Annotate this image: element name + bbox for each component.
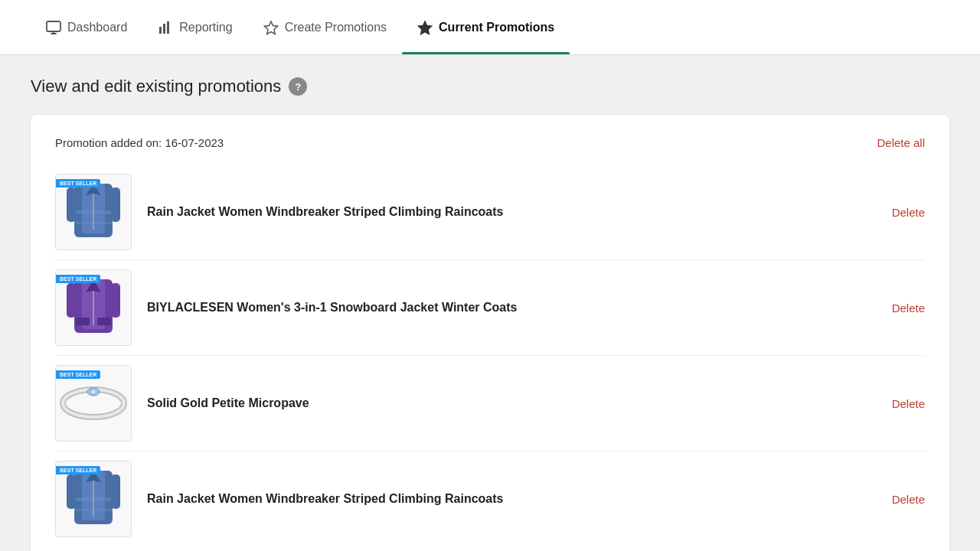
best-seller-badge: BEST SELLER	[56, 466, 100, 474]
nav-current-promotions-label: Current Promotions	[439, 21, 554, 34]
svg-rect-0	[47, 21, 60, 31]
navigation: Dashboard Reporting Create Promotions Cu…	[0, 0, 980, 55]
product-row: BEST SELLER BIYLACLESEN Women's 3-in-1 S…	[55, 259, 925, 355]
svg-rect-22	[111, 283, 120, 318]
nav-item-create-promotions[interactable]: Create Promotions	[248, 0, 402, 54]
nav-item-current-promotions[interactable]: Current Promotions	[402, 0, 570, 54]
nav-create-promotions-label: Create Promotions	[285, 21, 387, 34]
product-image: BEST SELLER	[55, 461, 132, 537]
best-seller-badge: BEST SELLER	[56, 179, 100, 187]
svg-rect-21	[67, 283, 76, 318]
main-content: View and edit existing promotions ? Prom…	[0, 55, 980, 551]
svg-rect-6	[158, 21, 161, 23]
product-name: BIYLACLESEN Women's 3-in-1 Snowboard Jac…	[147, 301, 877, 315]
svg-rect-5	[167, 21, 169, 34]
promotions-card: Promotion added on: 16-07-2023 Delete al…	[31, 115, 949, 551]
card-header: Promotion added on: 16-07-2023 Delete al…	[55, 136, 925, 149]
svg-marker-7	[264, 21, 277, 34]
product-name: Rain Jacket Women Windbreaker Striped Cl…	[147, 492, 877, 506]
nav-reporting-label: Reporting	[179, 21, 232, 34]
delete-product-button[interactable]: Delete	[892, 206, 925, 219]
delete-product-button[interactable]: Delete	[892, 302, 925, 315]
page-header: View and edit existing promotions ?	[31, 77, 949, 96]
star-outline-icon	[263, 20, 279, 35]
best-seller-badge: BEST SELLER	[56, 370, 100, 379]
product-image: BEST SELLER	[55, 174, 132, 250]
delete-all-button[interactable]: Delete all	[877, 136, 925, 149]
delete-product-button[interactable]: Delete	[892, 493, 925, 506]
product-list: BEST SELLER Rain Jacket Women Windbreake…	[55, 165, 925, 546]
best-seller-badge: BEST SELLER	[56, 275, 100, 283]
product-name: Rain Jacket Women Windbreaker Striped Cl…	[147, 205, 877, 219]
nav-item-dashboard[interactable]: Dashboard	[31, 0, 142, 54]
svg-rect-39	[111, 474, 120, 509]
page-title: View and edit existing promotions	[31, 77, 281, 96]
product-row: BEST SELLER Rain Jacket Women Windbreake…	[55, 165, 925, 259]
star-filled-icon	[417, 20, 433, 35]
monitor-icon	[46, 20, 61, 35]
nav-dashboard-label: Dashboard	[67, 21, 127, 34]
promotion-date: Promotion added on: 16-07-2023	[55, 136, 224, 149]
nav-item-reporting[interactable]: Reporting	[142, 0, 247, 54]
svg-rect-15	[67, 187, 76, 222]
svg-marker-8	[419, 21, 432, 34]
svg-rect-3	[159, 27, 162, 34]
product-row: BEST SELLER Rain Jacket Women Windbreake…	[55, 451, 925, 546]
svg-rect-16	[111, 187, 120, 222]
delete-product-button[interactable]: Delete	[892, 397, 925, 410]
product-row: BEST SELLER Solid Gold Petite MicropaveD…	[55, 355, 925, 451]
chart-icon	[158, 20, 173, 35]
product-image: BEST SELLER	[55, 365, 132, 442]
help-icon[interactable]: ?	[289, 77, 307, 96]
product-name: Solid Gold Petite Micropave	[147, 396, 877, 410]
svg-rect-4	[163, 24, 165, 34]
product-image: BEST SELLER	[55, 269, 132, 346]
svg-rect-38	[67, 474, 76, 509]
svg-rect-24	[97, 318, 111, 325]
svg-point-28	[92, 390, 95, 393]
svg-rect-23	[76, 318, 90, 325]
